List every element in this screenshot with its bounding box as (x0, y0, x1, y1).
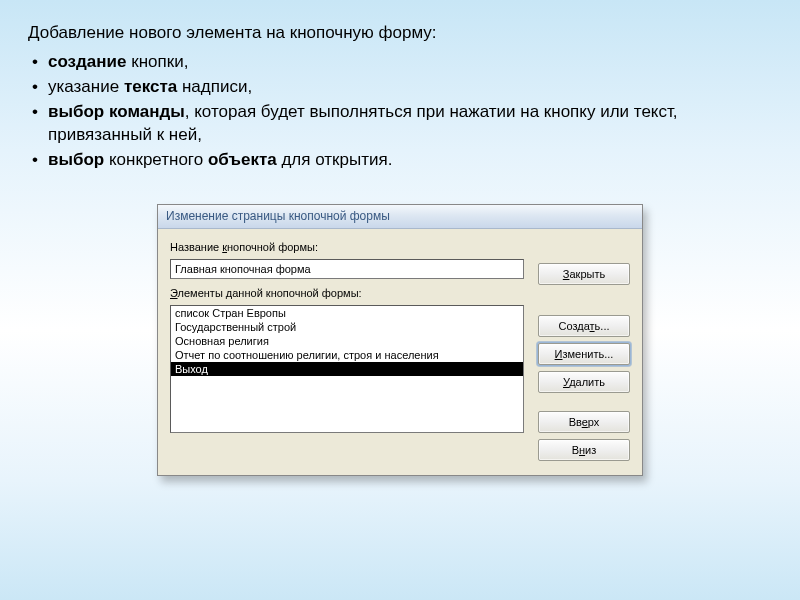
form-name-input[interactable] (170, 259, 524, 279)
form-name-label: Название кнопочной формы: (170, 241, 524, 253)
slide-heading: Добавление нового элемента на кнопочную … (28, 22, 772, 45)
edit-button[interactable]: Изменить... (538, 343, 630, 365)
list-item[interactable]: Основная религия (171, 334, 523, 348)
list-item[interactable]: Государственный строй (171, 320, 523, 334)
spacer (538, 399, 630, 405)
dialog-title: Изменение страницы кнопочной формы (166, 209, 390, 223)
slide-container: Добавление нового элемента на кнопочную … (0, 0, 800, 600)
elements-listbox[interactable]: список Стран Европы Государственный стро… (170, 305, 524, 433)
spacer (538, 291, 630, 309)
dialog-titlebar: Изменение страницы кнопочной формы (158, 205, 642, 229)
dialog-right-column: Закрыть Создать... Изменить... Удалить В… (538, 239, 630, 461)
create-button[interactable]: Создать... (538, 315, 630, 337)
dialog-left-column: Название кнопочной формы: Элементы данно… (170, 239, 524, 461)
down-button[interactable]: Вниз (538, 439, 630, 461)
dialog-window: Изменение страницы кнопочной формы Назва… (157, 204, 643, 476)
elements-label: Элементы данной кнопочной формы: (170, 287, 524, 299)
spacer (538, 239, 630, 257)
up-button[interactable]: Вверх (538, 411, 630, 433)
close-button[interactable]: Закрыть (538, 263, 630, 285)
bullet-item: указание текста надписи, (32, 76, 772, 99)
bullet-item: выбор команды, которая будет выполняться… (32, 101, 772, 147)
dialog-body: Название кнопочной формы: Элементы данно… (158, 229, 642, 475)
bullet-item: выбор конкретного объекта для открытия. (32, 149, 772, 172)
list-item[interactable]: Отчет по соотношению религии, строя и на… (171, 348, 523, 362)
list-item[interactable]: список Стран Европы (171, 306, 523, 320)
bullet-item: создание кнопки, (32, 51, 772, 74)
bullet-list: создание кнопки, указание текста надписи… (28, 51, 772, 172)
delete-button[interactable]: Удалить (538, 371, 630, 393)
list-item[interactable]: Выход (171, 362, 523, 376)
